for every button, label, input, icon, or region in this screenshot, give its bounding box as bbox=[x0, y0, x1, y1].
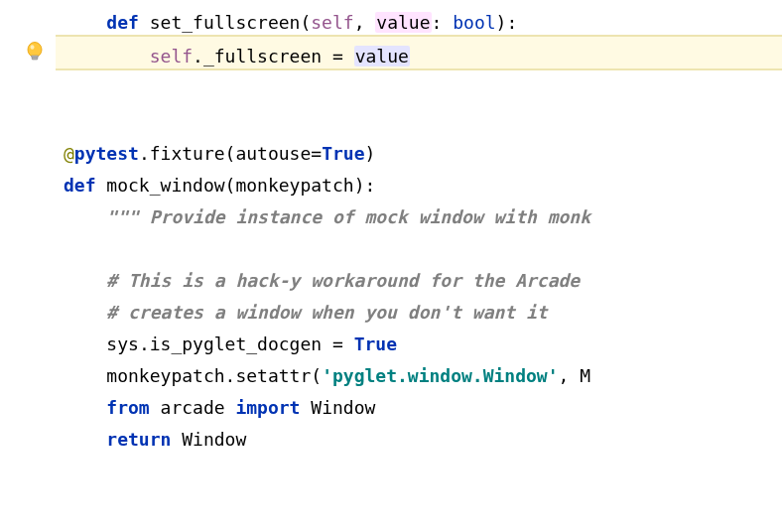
decorator-fixture: fixture bbox=[150, 143, 225, 164]
monkeypatch-ref: monkeypatch bbox=[106, 365, 224, 386]
keyword-return: return bbox=[106, 429, 171, 450]
svg-point-0 bbox=[28, 43, 42, 58]
docstring: """ Provide instance of mock window with… bbox=[106, 206, 590, 227]
keyword-from: from bbox=[106, 397, 149, 418]
code-line-empty[interactable] bbox=[64, 74, 782, 106]
code-line[interactable]: sys.is_pyglet_docgen = True bbox=[64, 329, 782, 360]
bool-true: True bbox=[354, 333, 397, 354]
keyword-def: def bbox=[64, 175, 96, 196]
self-ref: self bbox=[150, 46, 193, 66]
string-literal: 'pyglet.window.Window' bbox=[322, 365, 558, 386]
code-line[interactable]: self._fullscreen = value bbox=[64, 41, 782, 72]
code-line[interactable]: """ Provide instance of mock window with… bbox=[64, 201, 782, 233]
code-line[interactable]: def set_fullscreen(self, value: bool): bbox=[64, 7, 782, 39]
param-monkeypatch: monkeypatch bbox=[235, 175, 353, 196]
code-line-empty[interactable] bbox=[64, 106, 782, 138]
keyword-def: def bbox=[106, 12, 139, 33]
param-value: value bbox=[375, 12, 431, 33]
code-line[interactable]: def mock_window(monkeypatch): bbox=[64, 170, 782, 201]
code-line-empty[interactable] bbox=[64, 233, 782, 265]
code-line[interactable]: from arcade import Window bbox=[64, 392, 782, 424]
decorator-at: @ bbox=[64, 143, 74, 164]
self-param: self bbox=[311, 12, 353, 33]
value-ref: value bbox=[354, 46, 410, 66]
code-line[interactable]: @pytest.fixture(autouse=True) bbox=[64, 138, 782, 170]
function-name: mock_window bbox=[106, 175, 224, 196]
bool-true: True bbox=[322, 143, 364, 164]
function-name: set_fullscreen bbox=[150, 12, 301, 33]
sys-ref: sys bbox=[106, 333, 139, 354]
comment: # creates a window when you don't want i… bbox=[106, 302, 547, 323]
code-line[interactable]: # creates a window when you don't want i… bbox=[64, 297, 782, 329]
code-editor[interactable]: def set_fullscreen(self, value: bool): s… bbox=[56, 0, 782, 445]
code-line[interactable]: # This is a hack-y workaround for the Ar… bbox=[64, 265, 782, 297]
code-line[interactable]: return Window bbox=[64, 424, 782, 456]
lightbulb-icon[interactable] bbox=[26, 41, 44, 65]
comment: # This is a hack-y workaround for the Ar… bbox=[106, 270, 590, 291]
code-line[interactable]: monkeypatch.setattr('pyglet.window.Windo… bbox=[64, 360, 782, 392]
type-bool: bool bbox=[453, 12, 495, 33]
keyword-import: import bbox=[235, 397, 300, 418]
editor-gutter bbox=[0, 0, 56, 532]
decorator-pytest: pytest bbox=[74, 143, 139, 164]
svg-point-1 bbox=[31, 45, 35, 49]
